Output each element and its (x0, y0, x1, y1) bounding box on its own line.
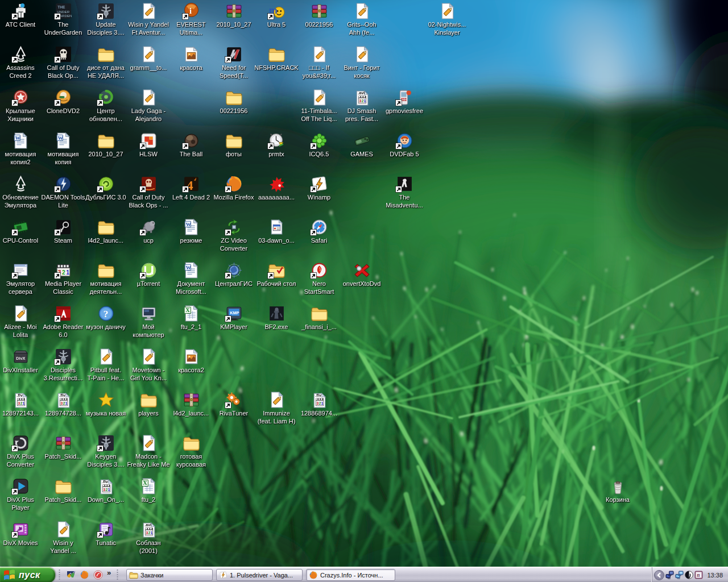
svg-text:n: n (697, 572, 700, 578)
